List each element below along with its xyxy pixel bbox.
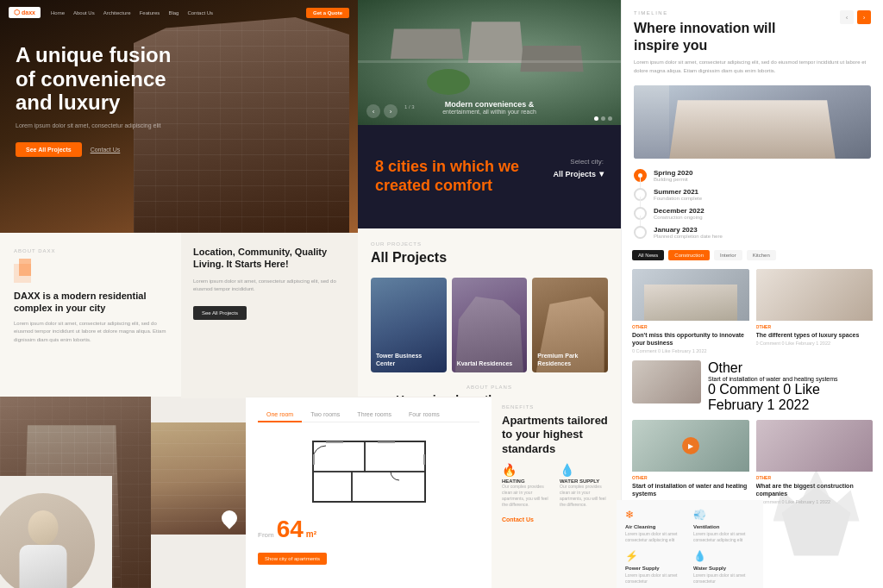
article-meta-1: 0 Comment 0 Like February 1 2022 <box>632 348 749 353</box>
floorplan-prefix: From <box>258 531 274 539</box>
timeline-bullet-4 <box>634 226 647 239</box>
timeline-entry-4: January 2023 Planned completion date her… <box>634 226 871 239</box>
select-city-label: Select city: <box>553 158 604 166</box>
hero-heading: A unique fusion of convenience and luxur… <box>16 43 171 115</box>
project-label-3: Premium Park Residences <box>537 353 603 367</box>
timeline-year-1: Spring 2020 <box>654 169 692 177</box>
article-card-2[interactable]: Other The different types of luxury spac… <box>756 269 874 353</box>
aerial-caption-sub: entertainment, all within your reach <box>358 109 621 115</box>
article-card-3[interactable]: ▶ Other Start of installation of water a… <box>632 420 749 504</box>
power-text: Lorem ipsum dolor sit amet consectetur <box>625 572 686 585</box>
aerial-green <box>427 69 470 95</box>
person-head <box>28 510 59 545</box>
watermark-shape <box>765 470 868 573</box>
location-btn[interactable]: See All Projects <box>193 306 247 320</box>
articles-row-1: Other Don't miss this opportunity to inn… <box>632 269 873 353</box>
article-tag-3: Other <box>632 475 749 480</box>
article-card-1[interactable]: Other Don't miss this opportunity to inn… <box>632 269 749 353</box>
article-title-2: The different types of luxury spaces <box>756 331 874 339</box>
project-name-1: Tower Business Center <box>376 353 442 367</box>
select-city-value[interactable]: All Projects <box>553 169 604 178</box>
aerial-building-3 <box>520 46 583 72</box>
filter-all[interactable]: All News <box>632 250 664 260</box>
svg-rect-2 <box>365 441 425 472</box>
timeline-next[interactable]: › <box>857 10 871 24</box>
articles-filter: All News Construction Interior Kitchen <box>632 250 873 260</box>
air-icon: ❄ <box>625 509 686 521</box>
aerial-dot-3[interactable] <box>608 116 612 121</box>
hero-text-block: A unique fusion of convenience and luxur… <box>16 43 171 157</box>
project-card-3[interactable]: Premium Park Residences <box>532 278 608 372</box>
timeline-list: Spring 2020 Building permit Summer 2021 … <box>634 169 871 239</box>
ventilation-text: Lorem ipsum dolor sit amet consectetur a… <box>693 531 755 543</box>
svg-rect-5 <box>326 441 343 443</box>
about-heading: DAXX is a modern residential complex in … <box>14 290 167 315</box>
hero-section: daxx Home About Us Architecture Features… <box>0 0 358 233</box>
floorplan-tab-1[interactable]: One room <box>258 408 302 422</box>
svg-rect-1 <box>313 441 365 472</box>
svg-rect-8 <box>423 454 425 465</box>
person-section <box>0 476 112 588</box>
project-card-1[interactable]: Tower Business Center <box>371 278 447 372</box>
hero-cta-primary[interactable]: See All Projects <box>16 142 82 157</box>
benefit-heating: 🔥 HEATING Our complex provides clean air… <box>502 463 553 508</box>
filter-construction[interactable]: Construction <box>668 250 710 260</box>
aerial-dot-1[interactable] <box>594 116 598 121</box>
timeline-image <box>634 85 871 159</box>
cities-count: 8 <box>375 158 384 175</box>
nav-blog[interactable]: Blag <box>168 10 178 16</box>
floorplan-cta[interactable]: Show city of apartments <box>258 553 327 565</box>
filter-kitchen[interactable]: Kitchen <box>747 250 776 260</box>
benefits-section: ❄ Air Cleaning Lorem ipsum dolor sit ame… <box>617 500 763 588</box>
floorplan-tab-3[interactable]: Three rooms <box>348 408 400 422</box>
location-text: Lorem ipsum dolor sit amet, consectetur … <box>193 278 346 294</box>
timeline-bullet-1 <box>634 169 647 182</box>
hero-cta-secondary[interactable]: Contact Us <box>91 147 121 153</box>
floorplan-svg <box>309 437 429 506</box>
timeline-entry-3: December 2022 Construction ongoing <box>634 207 871 220</box>
about-icon <box>14 259 34 283</box>
nav-about[interactable]: About Us <box>73 10 95 16</box>
nav-arch[interactable]: Architecture <box>103 10 131 16</box>
air-label: Air Cleaning <box>625 524 686 529</box>
article-meta-2: 0 Comment 0 Like February 1 2022 <box>756 341 874 346</box>
person-avatar <box>0 493 95 588</box>
floorplan-tab-4[interactable]: Four rooms <box>400 408 448 422</box>
aerial-section: Modern conveniences & entertainment, all… <box>358 0 621 125</box>
city-selector[interactable]: Select city: All Projects <box>553 158 604 178</box>
apartments-contact[interactable]: Contact Us <box>502 516 611 522</box>
floorplan-area: From 64 m² <box>258 516 479 543</box>
article-image-2 <box>756 269 874 321</box>
svg-rect-6 <box>378 441 395 443</box>
watermark <box>749 454 883 588</box>
person-body <box>20 545 67 588</box>
project-label-1: Tower Business Center <box>376 353 442 367</box>
nav-home[interactable]: Home <box>51 10 65 16</box>
article-wide-meta-1: 0 Comment 0 Like February 1 2022 <box>708 382 873 413</box>
water-sup-text: Lorem ipsum dolor sit amet consectetur <box>693 572 755 585</box>
floorplan-tabs: One room Two rooms Three rooms Four room… <box>258 408 479 422</box>
floorplan-tab-2[interactable]: Two rooms <box>302 408 348 422</box>
about-section: About DAXX DAXX is a modern residential … <box>0 233 181 397</box>
aerial-building-2 <box>468 22 523 63</box>
benefit-air: ❄ Air Cleaning Lorem ipsum dolor sit ame… <box>625 509 686 543</box>
timeline-event-3: Construction ongoing <box>654 215 705 220</box>
filter-interior[interactable]: Interior <box>714 250 742 260</box>
nav-features[interactable]: Features <box>140 10 160 16</box>
aerial-roads <box>358 60 621 63</box>
article-wide-1[interactable]: Other Start of installation of water and… <box>632 360 873 413</box>
timeline-prev[interactable]: ‹ <box>840 10 854 24</box>
article-image-3: ▶ <box>632 420 749 472</box>
timeline-year-2: Summer 2021 <box>654 188 702 196</box>
article-wide-tag-1: Other <box>708 360 873 376</box>
play-button[interactable]: ▶ <box>682 437 699 454</box>
aerial-dot-2[interactable] <box>601 116 605 121</box>
nav-cta-button[interactable]: Get a Quote <box>306 8 349 18</box>
watermark-diamond <box>782 487 851 556</box>
timeline-event-1: Building permit <box>654 177 692 182</box>
floorplan-diagram <box>258 433 479 510</box>
nav-contact[interactable]: Contact Us <box>187 10 213 16</box>
article-title-1: Don't miss this opportunity to innovate … <box>632 331 749 347</box>
project-card-2[interactable]: Kvartal Residences <box>452 278 528 372</box>
ventilation-icon: 💨 <box>693 509 755 521</box>
